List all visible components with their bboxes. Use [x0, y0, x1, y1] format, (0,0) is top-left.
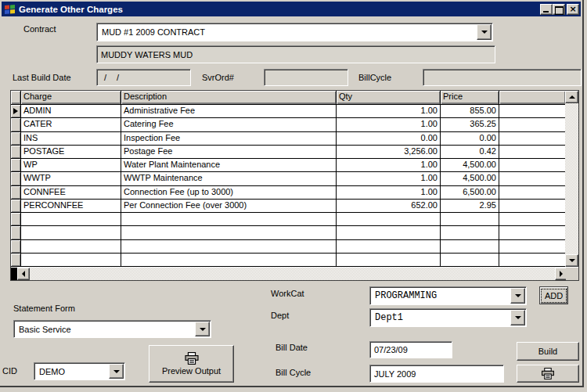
grid-cell-description[interactable]: WWTP Maintenance [121, 172, 337, 185]
grid-header-description[interactable]: Description [121, 91, 337, 105]
title-bar[interactable]: Generate Other Charges × [2, 2, 581, 16]
grid-cell-charge[interactable]: WWTP [21, 172, 121, 185]
scroll-left-button[interactable] [17, 268, 30, 280]
grid-cell-charge[interactable]: CATER [21, 118, 121, 131]
row-selector-cell[interactable] [11, 213, 21, 225]
grid-header-qty[interactable]: Qty [337, 91, 441, 105]
workcat-dropdown-button[interactable] [510, 288, 525, 304]
grid-cell-price[interactable]: 0.42 [441, 146, 499, 158]
cid-dropdown-button[interactable] [109, 364, 124, 379]
scroll-up-button[interactable] [565, 91, 578, 103]
row-selector-cell[interactable] [11, 118, 21, 131]
grid-row[interactable]: WWTPWWTP Maintenance1.004,500.00 [11, 172, 578, 185]
grid-cell-qty[interactable]: 1.00 [337, 186, 441, 199]
grid-cell-qty[interactable]: 1.00 [337, 105, 441, 117]
row-selector-cell[interactable] [11, 226, 21, 239]
grid-cell-description[interactable]: Inspection Fee [121, 132, 337, 145]
grid-cell-price[interactable]: 855.00 [441, 105, 499, 117]
grid-header-charge[interactable]: Charge [21, 91, 121, 105]
preview-output-button[interactable]: Preview Output [149, 345, 234, 383]
grid-row[interactable]: PERCONNFEEPer Connection Fee (over 3000)… [11, 200, 578, 213]
grid-cell-charge[interactable]: INS [21, 132, 121, 145]
grid-cell-qty[interactable]: 1.00 [337, 118, 441, 131]
grid-cell-qty[interactable]: 1.00 [337, 159, 441, 171]
grid-cell-price[interactable]: 0.00 [441, 132, 499, 145]
row-selector-cell[interactable] [11, 159, 21, 171]
scroll-down-button[interactable] [565, 254, 578, 267]
row-selector-cell[interactable] [11, 105, 21, 117]
grid-cell-charge[interactable]: CONNFEE [21, 186, 121, 199]
grid-cell-qty[interactable]: 652.00 [337, 200, 441, 212]
grid-cell-price[interactable] [441, 226, 499, 239]
row-selector-cell[interactable] [11, 132, 21, 145]
statement-form-combobox[interactable]: Basic Service [13, 320, 211, 338]
bill-cycle-field[interactable]: JULY 2009 [369, 365, 504, 383]
contract-combobox[interactable]: MUD #1 2009 CONTRACT [96, 23, 493, 41]
grid-cell-qty[interactable] [337, 254, 441, 266]
grid-cell-price[interactable] [441, 240, 499, 253]
grid-horizontal-scrollbar[interactable] [11, 268, 567, 280]
row-selector-cell[interactable] [11, 240, 21, 253]
grid-row[interactable]: POSTAGEPostage Fee3,256.000.42 [11, 146, 578, 159]
bill-date-field[interactable]: 07/23/09 [369, 341, 452, 358]
print-button[interactable] [517, 365, 579, 383]
grid-row[interactable] [11, 240, 578, 254]
grid-row[interactable] [11, 213, 578, 226]
grid-cell-qty[interactable] [337, 240, 441, 253]
statement-form-dropdown-button[interactable] [195, 322, 210, 336]
row-selector-cell[interactable] [11, 200, 21, 212]
grid-cell-qty[interactable] [337, 226, 441, 239]
row-selector-cell[interactable] [11, 254, 21, 266]
add-button[interactable]: ADD [539, 286, 568, 304]
dept-dropdown-button[interactable] [510, 310, 525, 325]
grid-cell-description[interactable] [121, 213, 337, 225]
grid-cell-charge[interactable] [21, 226, 121, 239]
row-selector-cell[interactable] [11, 146, 21, 158]
row-selector-cell[interactable] [11, 172, 21, 185]
grid-cell-description[interactable] [121, 254, 337, 266]
cid-combobox[interactable]: DEMO [34, 362, 125, 380]
row-selector-cell[interactable] [11, 186, 21, 199]
grid-cell-charge[interactable]: ADMIN [21, 105, 121, 117]
grid-cell-price[interactable] [441, 213, 499, 225]
dept-combobox[interactable]: Dept1 [369, 308, 527, 327]
grid-cell-qty[interactable]: 3,256.00 [337, 146, 441, 158]
build-button[interactable]: Build [517, 342, 579, 361]
grid-cell-charge[interactable] [21, 240, 121, 253]
grid-cell-description[interactable]: Postage Fee [121, 146, 337, 158]
grid-cell-description[interactable] [121, 226, 337, 239]
grid-cell-description[interactable]: Water Plant Maintenance [121, 159, 337, 171]
grid-cell-price[interactable]: 4,500.00 [441, 159, 499, 171]
grid-cell-description[interactable]: Per Connection Fee (over 3000) [121, 200, 337, 212]
grid-header-price[interactable]: Price [441, 91, 499, 105]
minimize-button[interactable] [540, 4, 553, 15]
grid-cell-charge[interactable]: POSTAGE [21, 146, 121, 158]
grid-vertical-scrollbar[interactable] [565, 91, 578, 267]
grid-cell-qty[interactable]: 1.00 [337, 172, 441, 185]
grid-row[interactable]: INSInspection Fee0.000.00 [11, 132, 578, 146]
grid-row[interactable]: WPWater Plant Maintenance1.004,500.00 [11, 159, 578, 172]
grid-cell-description[interactable]: Connection Fee (up to 3000) [121, 186, 337, 199]
grid-row[interactable] [11, 254, 578, 267]
grid-cell-description[interactable]: Catering Fee [121, 118, 337, 131]
maximize-button[interactable] [553, 4, 565, 15]
grid-cell-price[interactable]: 2.95 [441, 200, 499, 212]
grid-cell-charge[interactable]: WP [21, 159, 121, 171]
grid-cell-price[interactable]: 4,500.00 [441, 172, 499, 185]
grid-cell-price[interactable]: 365.25 [441, 118, 499, 131]
grid-cell-charge[interactable] [21, 213, 121, 225]
grid-row[interactable]: ADMINAdministrative Fee1.00855.00 [11, 105, 578, 118]
close-button[interactable]: × [567, 4, 579, 15]
grid-cell-qty[interactable]: 0.00 [337, 132, 441, 145]
grid-cell-charge[interactable]: PERCONNFEE [21, 200, 121, 212]
grid-row[interactable]: CATERCatering Fee1.00365.25 [11, 118, 578, 131]
contract-dropdown-button[interactable] [477, 24, 492, 40]
grid-cell-description[interactable] [121, 240, 337, 253]
grid-cell-charge[interactable] [21, 254, 121, 266]
grid-cell-price[interactable] [441, 254, 499, 266]
grid-cell-description[interactable]: Administrative Fee [121, 105, 337, 117]
grid-row[interactable]: CONNFEEConnection Fee (up to 3000)1.006,… [11, 186, 578, 200]
grid-cell-price[interactable]: 6,500.00 [441, 186, 499, 199]
workcat-combobox[interactable]: PROGRAMMING [369, 286, 527, 305]
grid-row[interactable] [11, 226, 578, 239]
